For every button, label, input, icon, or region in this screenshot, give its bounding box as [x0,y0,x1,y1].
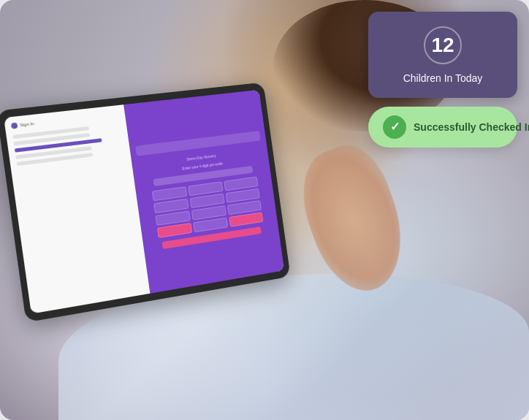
tablet-pin-label: Enter your 4 digit pin code [182,161,223,170]
children-count-card: 12 Children In Today [368,12,517,98]
children-number-circle: 12 [424,26,462,64]
overlay-cards: 12 Children In Today ✓ Successfully Chec… [368,0,529,148]
main-scene: Sign In Demo Day Nursery Enter your 4 di… [0,0,529,420]
keypad-delete[interactable] [229,212,263,226]
success-notification-card: ✓ Successfully Checked In [368,107,517,148]
keypad-0[interactable] [193,217,228,232]
children-count-number: 12 [431,35,454,56]
tablet-logo: Sign In [11,111,120,129]
logo-dot [11,123,18,129]
keypad-clear[interactable] [157,222,193,237]
checkmark-icon: ✓ [390,121,400,133]
tablet-header [135,131,260,156]
tablet-app-panel: Demo Day Nursery Enter your 4 digit pin … [123,90,284,294]
tablet-input-label: Demo Day Nursery [186,153,216,161]
logo-text: Sign In [20,121,35,127]
tablet-screen: Sign In Demo Day Nursery Enter your 4 di… [4,90,284,314]
success-message-text: Successfully Checked In [414,121,529,133]
children-count-label: Children In Today [380,72,506,85]
success-icon-circle: ✓ [383,115,406,139]
